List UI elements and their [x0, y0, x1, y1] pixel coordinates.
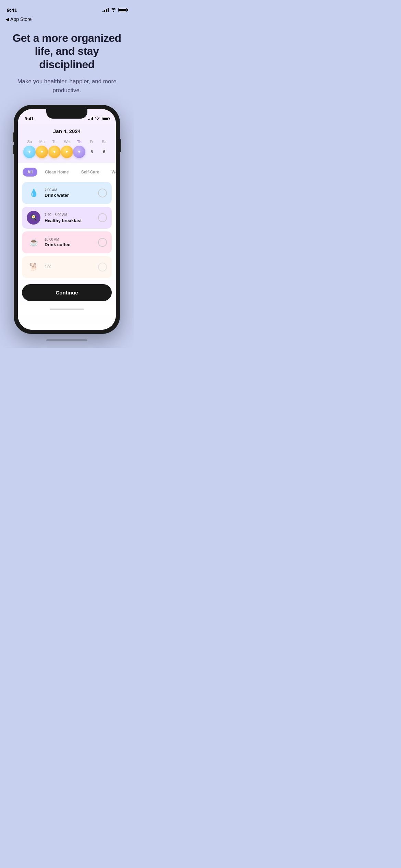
hero-subtitle: Make you healthier, happier, and more pr… [10, 77, 123, 95]
tab-work[interactable]: Work [107, 168, 116, 177]
calendar-day-we: We ▼ [61, 140, 73, 158]
date-header: Jan 4, 2024 [18, 124, 116, 137]
hero-title: Get a more organized life, and stay disc… [10, 32, 123, 71]
task-healthy-breakfast[interactable]: 🍳 7:40～8:00 AM Healthy breakfast [22, 207, 112, 229]
phone-notch [46, 109, 87, 119]
day-coin-th: ✦ [73, 146, 85, 158]
calendar-day-fr: Fr 5 [86, 140, 98, 158]
day-coin-mo: ▼ [36, 146, 48, 158]
calendar-day-mo: Mo ▼ [36, 140, 48, 158]
inner-signal-icon [88, 117, 93, 120]
hero-section: Get a more organized life, and stay disc… [0, 25, 134, 95]
task-check-coffee[interactable] [98, 238, 107, 247]
day-number-fr: 5 [86, 146, 98, 158]
task-list: 💧 7:00 AM Drink water 🍳 7:40～8:00 AM Hea… [18, 180, 116, 280]
day-coin-su: ✦ [23, 146, 36, 158]
task-check-breakfast[interactable] [98, 213, 107, 222]
inner-battery-icon [102, 117, 109, 120]
app-content: Jan 4, 2024 Su ✦ Mo ▼ [18, 124, 116, 330]
task-icon-breakfast: 🍳 [27, 211, 40, 225]
home-indicator [0, 334, 134, 348]
tab-all[interactable]: All [23, 168, 37, 177]
task-icon-water: 💧 [27, 186, 40, 200]
calendar-day-tu: Tu ▼ [48, 140, 61, 158]
volume-down-button [13, 145, 14, 154]
status-time: 9:41 [7, 7, 17, 13]
task-partial[interactable]: 🐕 2:00 [22, 256, 112, 278]
inner-wifi-icon [95, 117, 100, 121]
task-icon-dog: 🐕 [27, 260, 40, 274]
continue-button[interactable]: Continue [22, 284, 112, 301]
phone-mockup-wrapper: 9:41 [0, 95, 134, 334]
task-name-water: Drink water [45, 193, 94, 198]
category-tabs: All Clean Home Self-Care Work [18, 163, 116, 180]
calendar-strip: Su ✦ Mo ▼ Tu ▼ [18, 137, 116, 163]
back-button[interactable]: ◀ App Store [5, 16, 32, 22]
volume-up-button [13, 132, 14, 142]
battery-icon [118, 8, 127, 12]
task-time-partial: 2:00 [45, 265, 94, 269]
task-time-water: 7:00 AM [45, 188, 94, 192]
task-info-water: 7:00 AM Drink water [45, 188, 94, 198]
tab-clean-home[interactable]: Clean Home [40, 168, 73, 177]
task-drink-coffee[interactable]: ☕ 10:00 AM Drink coffee [22, 231, 112, 253]
day-coin-tu: ▼ [48, 146, 61, 158]
app-store-nav[interactable]: ◀ App Store [0, 15, 134, 25]
task-info-partial: 2:00 [45, 265, 94, 269]
task-name-breakfast: Healthy breakfast [45, 218, 94, 223]
status-icons [102, 8, 127, 12]
inner-home-indicator [18, 305, 116, 315]
task-check-partial[interactable] [98, 263, 107, 272]
task-check-water[interactable] [98, 189, 107, 197]
power-button [120, 139, 121, 152]
task-name-coffee: Drink coffee [45, 242, 94, 247]
wifi-icon [111, 8, 116, 12]
task-time-breakfast: 7:40～8:00 AM [45, 213, 94, 217]
phone-frame: 9:41 [14, 105, 120, 334]
task-time-coffee: 10:00 AM [45, 238, 94, 241]
calendar-day-th: Th ✦ [73, 140, 85, 158]
status-bar: 9:41 [0, 0, 134, 15]
signal-icon [102, 8, 109, 12]
day-number-sa: 6 [98, 146, 110, 158]
inner-status-time: 9:41 [25, 116, 34, 121]
phone-screen: 9:41 [18, 109, 116, 330]
task-info-breakfast: 7:40～8:00 AM Healthy breakfast [45, 213, 94, 223]
task-drink-water[interactable]: 💧 7:00 AM Drink water [22, 182, 112, 204]
day-coin-we: ▼ [61, 146, 73, 158]
tab-self-care[interactable]: Self-Care [76, 168, 104, 177]
task-icon-coffee: ☕ [27, 236, 40, 249]
calendar-day-sa: Sa 6 [98, 140, 110, 158]
task-info-coffee: 10:00 AM Drink coffee [45, 238, 94, 247]
calendar-day-su: Su ✦ [23, 140, 36, 158]
inner-status-icons [88, 117, 109, 121]
